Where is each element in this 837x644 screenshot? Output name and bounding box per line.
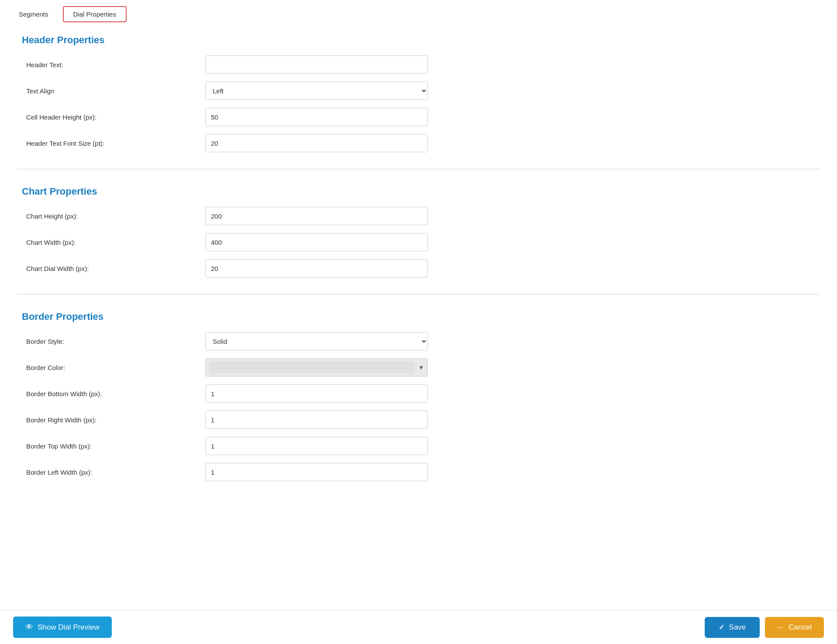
border-style-row: Border Style: None Solid Dashed Dotted [22, 332, 815, 350]
border-right-width-row: Border Right Width (px): [22, 411, 815, 429]
border-top-width-label: Border Top Width (px): [22, 442, 205, 450]
chart-width-row: Chart Width (px): [22, 233, 815, 251]
tab-dial-properties[interactable]: Dial Properties [63, 6, 127, 22]
header-properties-title: Header Properties [22, 34, 815, 46]
chart-properties-section: Chart Properties Chart Height (px): Char… [9, 174, 828, 290]
show-dial-preview-button[interactable]: Show Dial Preview [13, 617, 112, 638]
color-swatch [209, 362, 415, 373]
border-top-width-row: Border Top Width (px): [22, 437, 815, 455]
border-color-row: Border Color: ▼ [22, 358, 815, 377]
border-left-width-row: Border Left Width (px): [22, 463, 815, 481]
header-text-label: Header Text: [22, 61, 205, 69]
border-bottom-width-row: Border Bottom Width (px): [22, 384, 815, 403]
header-text-input[interactable] [205, 55, 428, 74]
arrow-left-icon [777, 623, 784, 632]
chart-height-input[interactable] [205, 207, 428, 225]
header-properties-section: Header Properties Header Text: Text Alig… [9, 22, 828, 164]
cell-header-height-row: Cell Header Height (px): [22, 108, 815, 126]
text-align-row: Text Align Left Center Right [22, 82, 815, 100]
chart-dial-width-row: Chart Dial Width (px): [22, 259, 815, 277]
chart-height-label: Chart Height (px): [22, 212, 205, 220]
cell-header-height-input[interactable] [205, 108, 428, 126]
header-font-size-input[interactable] [205, 134, 428, 152]
eye-icon [25, 623, 33, 632]
tab-segments[interactable]: Segments [9, 7, 59, 22]
action-buttons: Save Cancel [705, 617, 824, 638]
text-align-label: Text Align [22, 87, 205, 95]
chart-width-label: Chart Width (px): [22, 239, 205, 246]
chart-height-row: Chart Height (px): [22, 207, 815, 225]
tabs-row: Segments Dial Properties [0, 0, 837, 22]
bottom-bar: Show Dial Preview Save Cancel [0, 610, 837, 644]
divider-2 [17, 294, 820, 295]
chart-properties-title: Chart Properties [22, 186, 815, 197]
border-properties-section: Border Properties Border Style: None Sol… [9, 299, 828, 493]
header-text-row: Header Text: [22, 55, 815, 74]
cell-header-height-label: Cell Header Height (px): [22, 113, 205, 121]
border-left-width-label: Border Left Width (px): [22, 469, 205, 476]
text-align-select[interactable]: Left Center Right [205, 82, 428, 100]
border-style-label: Border Style: [22, 338, 205, 345]
border-properties-title: Border Properties [22, 311, 815, 322]
border-right-width-label: Border Right Width (px): [22, 416, 205, 424]
border-bottom-width-label: Border Bottom Width (px): [22, 390, 205, 397]
border-color-picker[interactable]: ▼ [205, 358, 428, 377]
border-bottom-width-input[interactable] [205, 384, 428, 403]
border-top-width-input[interactable] [205, 437, 428, 455]
header-font-size-label: Header Text Font Size (pt): [22, 140, 205, 147]
border-style-select[interactable]: None Solid Dashed Dotted [205, 332, 428, 350]
cancel-button[interactable]: Cancel [765, 617, 824, 638]
cancel-button-label: Cancel [789, 623, 812, 632]
divider-1 [17, 169, 820, 169]
save-button-label: Save [729, 623, 746, 632]
preview-button-label: Show Dial Preview [38, 623, 100, 632]
check-icon [719, 623, 724, 632]
save-button[interactable]: Save [705, 617, 760, 638]
border-color-label: Border Color: [22, 364, 205, 371]
chart-dial-width-label: Chart Dial Width (px): [22, 265, 205, 272]
page-content: Header Properties Header Text: Text Alig… [0, 22, 837, 528]
chart-dial-width-input[interactable] [205, 259, 428, 277]
border-right-width-input[interactable] [205, 411, 428, 429]
color-dropdown-arrow-icon[interactable]: ▼ [418, 364, 424, 371]
chart-width-input[interactable] [205, 233, 428, 251]
header-font-size-row: Header Text Font Size (pt): [22, 134, 815, 152]
border-left-width-input[interactable] [205, 463, 428, 481]
